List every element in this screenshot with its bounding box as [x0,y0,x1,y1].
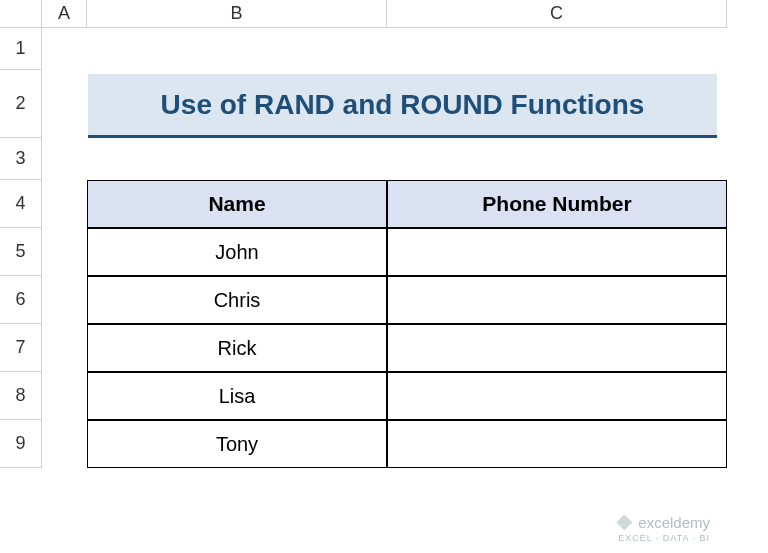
table-row[interactable]: Lisa [87,372,387,420]
cell-a6[interactable] [42,276,87,324]
table-row[interactable] [387,276,727,324]
row-header-7[interactable]: 7 [0,324,42,372]
cell-b3[interactable] [87,138,387,180]
table-row[interactable] [387,372,727,420]
cell-a1[interactable] [42,28,87,70]
cell-a3[interactable] [42,138,87,180]
row-header-9[interactable]: 9 [0,420,42,468]
watermark-text: exceldemy [638,514,710,531]
col-header-b[interactable]: B [87,0,387,28]
watermark-icon [616,515,632,531]
row-header-3[interactable]: 3 [0,138,42,180]
row-header-4[interactable]: 4 [0,180,42,228]
table-row[interactable] [387,324,727,372]
watermark-tagline: EXCEL · DATA · BI [618,533,710,543]
select-all-corner[interactable] [0,0,42,28]
cell-c1[interactable] [387,28,727,70]
table-row[interactable] [387,420,727,468]
title-cell[interactable]: Use of RAND and ROUND Functions [88,74,717,138]
col-header-a[interactable]: A [42,0,87,28]
table-row[interactable]: John [87,228,387,276]
row-header-6[interactable]: 6 [0,276,42,324]
cell-c3[interactable] [387,138,727,180]
table-row[interactable]: Rick [87,324,387,372]
cell-a2[interactable] [42,70,87,138]
spreadsheet-grid: A B C 1 2 Use of RAND and ROUND Function… [0,0,768,468]
table-header-name[interactable]: Name [87,180,387,228]
row-header-1[interactable]: 1 [0,28,42,70]
cell-a8[interactable] [42,372,87,420]
cell-a5[interactable] [42,228,87,276]
table-header-phone[interactable]: Phone Number [387,180,727,228]
row-header-5[interactable]: 5 [0,228,42,276]
watermark-brand: exceldemy [616,514,710,531]
table-row[interactable] [387,228,727,276]
cell-b1[interactable] [87,28,387,70]
cell-a7[interactable] [42,324,87,372]
col-header-c[interactable]: C [387,0,727,28]
row-header-2[interactable]: 2 [0,70,42,138]
row-header-8[interactable]: 8 [0,372,42,420]
table-row[interactable]: Chris [87,276,387,324]
table-row[interactable]: Tony [87,420,387,468]
cell-a9[interactable] [42,420,87,468]
cell-a4[interactable] [42,180,87,228]
